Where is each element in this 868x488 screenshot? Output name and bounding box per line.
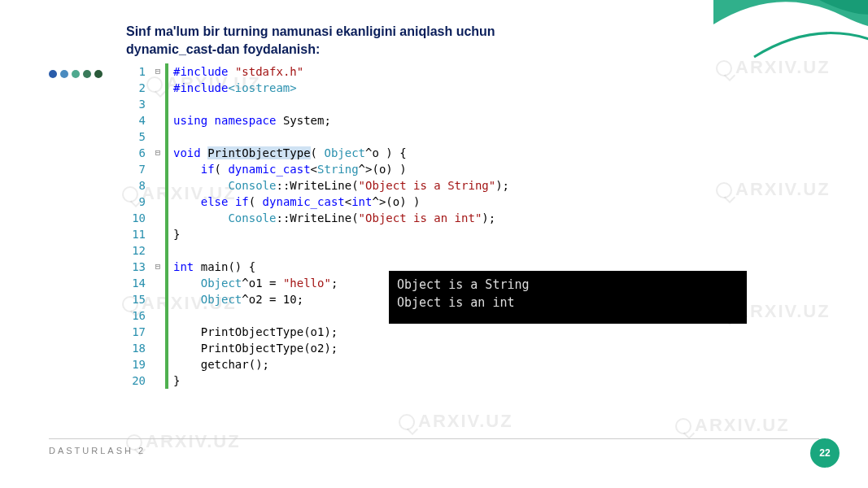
change-bar xyxy=(165,177,168,194)
footer-text: DASTURLASH 2 xyxy=(49,446,146,455)
code-line: 18 PrintObjectType(o2); xyxy=(126,340,744,356)
decorative-dots xyxy=(49,67,106,81)
line-number: 20 xyxy=(126,373,150,389)
change-bar xyxy=(165,210,168,226)
line-number: 16 xyxy=(126,307,150,324)
code-content: } xyxy=(173,373,180,389)
line-number: 3 xyxy=(126,96,150,112)
dot xyxy=(49,70,57,78)
fold-marker xyxy=(150,340,165,356)
fold-marker: ⊟ xyxy=(150,145,165,161)
change-bar xyxy=(165,242,168,259)
code-content: #include "stdafx.h" xyxy=(173,63,303,80)
fold-marker xyxy=(150,324,165,340)
change-bar xyxy=(165,340,168,356)
fold-marker xyxy=(150,96,165,112)
code-line: 8 Console::WriteLine("Object is a String… xyxy=(126,177,744,194)
line-number: 1 xyxy=(126,63,150,80)
code-line: 11} xyxy=(126,226,744,242)
line-number: 7 xyxy=(126,161,150,177)
code-line: 1⊟#include "stdafx.h" xyxy=(126,63,744,80)
code-content: using namespace System; xyxy=(173,112,331,129)
line-number: 17 xyxy=(126,324,150,340)
change-bar xyxy=(165,161,168,177)
fold-marker xyxy=(150,194,165,210)
change-bar xyxy=(165,226,168,242)
code-content: PrintObjectType(o1); xyxy=(173,324,338,340)
code-content: Console::WriteLine("Object is a String")… xyxy=(173,177,509,194)
fold-marker xyxy=(150,112,165,129)
change-bar xyxy=(165,356,168,373)
code-line: 2#include<iostream> xyxy=(126,80,744,96)
fold-marker xyxy=(150,210,165,226)
code-content: void PrintObjectType( Object^o ) { xyxy=(173,145,407,161)
change-bar xyxy=(165,129,168,145)
fold-marker xyxy=(150,80,165,96)
watermark: ARXIV.UZ xyxy=(675,415,790,436)
code-content: else if( dynamic_cast<int^>(o) ) xyxy=(173,194,421,210)
dot xyxy=(72,70,80,78)
slide-title: Sinf ma'lum bir turning namunasi ekanlig… xyxy=(126,23,549,58)
change-bar xyxy=(165,80,168,96)
change-bar xyxy=(165,373,168,389)
code-line: 10 Console::WriteLine("Object is an int"… xyxy=(126,210,744,226)
dot xyxy=(83,70,91,78)
fold-marker xyxy=(150,356,165,373)
code-content: int main() { xyxy=(173,259,255,275)
fold-marker xyxy=(150,307,165,324)
line-number: 10 xyxy=(126,210,150,226)
footer-divider xyxy=(49,438,819,439)
dot xyxy=(94,70,103,78)
fold-marker xyxy=(150,242,165,259)
code-line: 3 xyxy=(126,96,744,112)
code-line: 9 else if( dynamic_cast<int^>(o) ) xyxy=(126,194,744,210)
code-line: 19 getchar(); xyxy=(126,356,744,373)
code-content: if( dynamic_cast<String^>(o) ) xyxy=(173,161,407,177)
fold-marker xyxy=(150,226,165,242)
fold-marker xyxy=(150,161,165,177)
change-bar xyxy=(165,145,168,161)
code-content: PrintObjectType(o2); xyxy=(173,340,338,356)
fold-marker xyxy=(150,129,165,145)
fold-marker xyxy=(150,177,165,194)
line-number: 13 xyxy=(126,259,150,275)
line-number: 19 xyxy=(126,356,150,373)
fold-marker: ⊟ xyxy=(150,259,165,275)
fold-marker: ⊟ xyxy=(150,63,165,80)
line-number: 2 xyxy=(126,80,150,96)
fold-marker xyxy=(150,291,165,307)
code-line: 5 xyxy=(126,129,744,145)
line-number: 12 xyxy=(126,242,150,259)
console-output: Object is a StringObject is an int xyxy=(389,271,747,324)
change-bar xyxy=(165,63,168,80)
line-number: 9 xyxy=(126,194,150,210)
fold-marker xyxy=(150,373,165,389)
change-bar xyxy=(165,324,168,340)
watermark: ARXIV.UZ xyxy=(399,411,513,432)
line-number: 18 xyxy=(126,340,150,356)
page-number-badge: 22 xyxy=(810,438,840,468)
dot xyxy=(60,70,68,78)
code-line: 17 PrintObjectType(o1); xyxy=(126,324,744,340)
line-number: 11 xyxy=(126,226,150,242)
change-bar xyxy=(165,96,168,112)
code-line: 4using namespace System; xyxy=(126,112,744,129)
code-line: 12 xyxy=(126,242,744,259)
code-line: 6⊟void PrintObjectType( Object^o ) { xyxy=(126,145,744,161)
change-bar xyxy=(165,194,168,210)
code-content: Console::WriteLine("Object is an int"); xyxy=(173,210,495,226)
change-bar xyxy=(165,259,168,275)
change-bar xyxy=(165,291,168,307)
change-bar xyxy=(165,112,168,129)
console-line: Object is an int xyxy=(397,294,739,312)
code-line: 7 if( dynamic_cast<String^>(o) ) xyxy=(126,161,744,177)
code-content: getchar(); xyxy=(173,356,269,373)
change-bar xyxy=(165,275,168,291)
console-line: Object is a String xyxy=(397,276,739,294)
code-content: #include<iostream> xyxy=(173,80,297,96)
line-number: 15 xyxy=(126,291,150,307)
code-content: Object^o2 = 10; xyxy=(173,291,303,307)
code-content: Object^o1 = "hello"; xyxy=(173,275,338,291)
line-number: 14 xyxy=(126,275,150,291)
line-number: 8 xyxy=(126,177,150,194)
